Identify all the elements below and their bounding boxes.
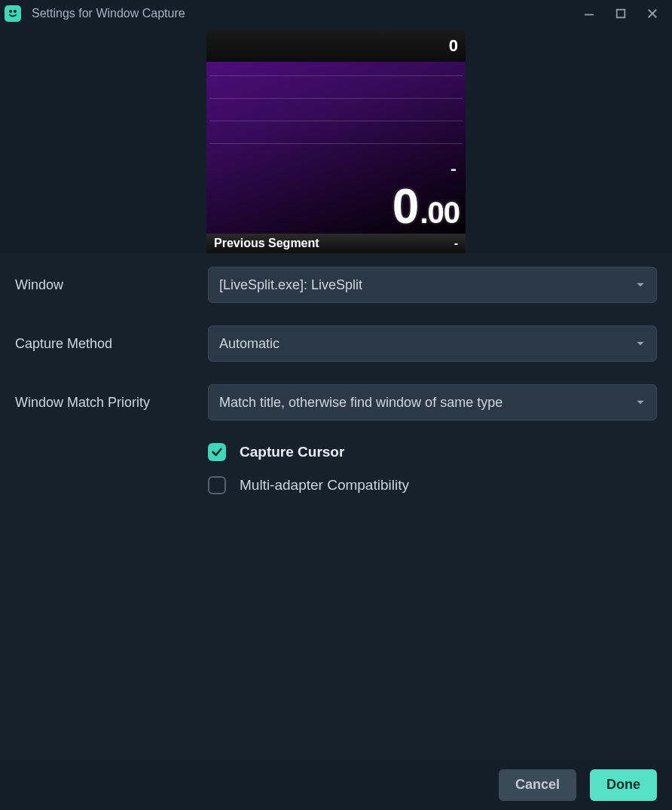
capture-method-row: Capture Method Automatic: [15, 326, 657, 362]
window-title: Settings for Window Capture: [32, 7, 582, 20]
match-priority-select[interactable]: Match title, otherwise find window of sa…: [208, 384, 657, 420]
preview-dash: -: [451, 158, 457, 179]
svg-point-0: [10, 11, 11, 12]
window-label: Window: [15, 277, 208, 293]
capture-method-label: Capture Method: [15, 336, 208, 352]
capture-method-select[interactable]: Automatic: [208, 326, 657, 362]
capture-method-value: Automatic: [219, 336, 279, 352]
window-select-value: [LiveSplit.exe]: LiveSplit: [219, 277, 362, 293]
cancel-button[interactable]: Cancel: [499, 769, 576, 801]
chevron-down-icon: [635, 338, 646, 349]
capture-cursor-row: Capture Cursor: [208, 443, 657, 461]
maximize-button[interactable]: [613, 6, 628, 21]
preview-header: 0: [206, 30, 466, 62]
multi-adapter-row: Multi-adapter Compatibility: [208, 476, 657, 494]
match-priority-value: Match title, otherwise find window of sa…: [219, 395, 502, 411]
minimize-button[interactable]: [582, 6, 597, 21]
preview-top-value: 0: [449, 36, 458, 56]
preview-timer: 0 .00: [393, 182, 460, 231]
multi-adapter-checkbox[interactable]: [208, 476, 226, 494]
svg-point-1: [14, 11, 16, 12]
capture-preview: 0 - 0 .00 Previous Segment -: [206, 30, 466, 253]
capture-cursor-label: Capture Cursor: [240, 444, 344, 460]
preview-footer: Previous Segment -: [206, 234, 466, 253]
window-select[interactable]: [LiveSplit.exe]: LiveSplit: [208, 267, 657, 303]
capture-cursor-checkbox[interactable]: [208, 443, 226, 461]
close-button[interactable]: [645, 6, 660, 21]
settings-form: Window [LiveSplit.exe]: LiveSplit Captur…: [0, 253, 672, 760]
app-icon: [5, 5, 21, 22]
timer-fraction: .00: [420, 197, 460, 228]
preview-footer-value: -: [454, 237, 458, 250]
done-button[interactable]: Done: [590, 769, 657, 801]
preview-footer-label: Previous Segment: [214, 237, 319, 250]
chevron-down-icon: [635, 397, 646, 408]
titlebar: Settings for Window Capture: [0, 0, 672, 27]
preview-area: 0 - 0 .00 Previous Segment -: [0, 27, 672, 253]
chevron-down-icon: [635, 280, 646, 290]
match-priority-label: Window Match Priority: [15, 395, 208, 411]
window-row: Window [LiveSplit.exe]: LiveSplit: [15, 267, 657, 303]
dialog-footer: Cancel Done: [0, 760, 672, 810]
preview-body: - 0 .00: [206, 62, 466, 234]
svg-rect-3: [617, 10, 625, 18]
match-priority-row: Window Match Priority Match title, other…: [15, 384, 657, 420]
multi-adapter-label: Multi-adapter Compatibility: [240, 477, 409, 494]
window-controls: [582, 6, 660, 21]
timer-seconds: 0: [393, 182, 419, 231]
